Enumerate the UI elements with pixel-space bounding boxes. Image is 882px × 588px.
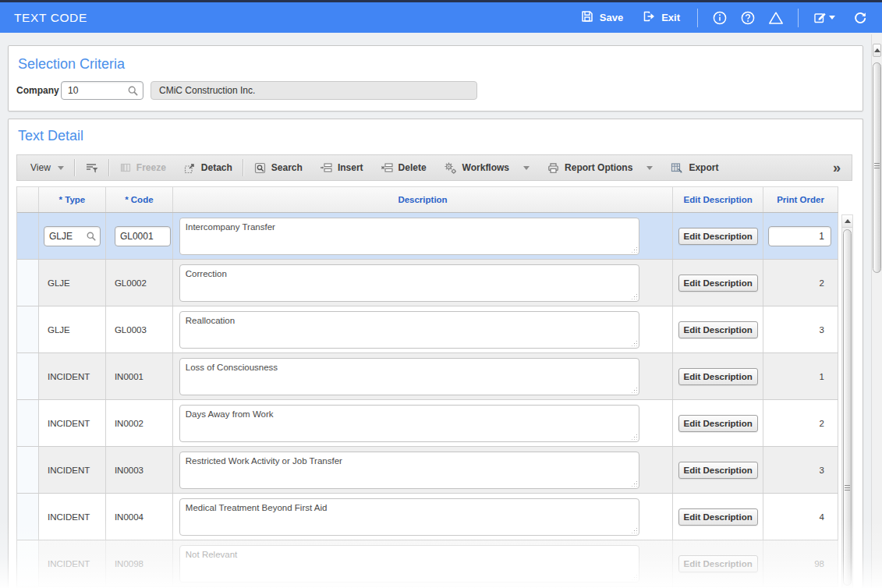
edit-description-button[interactable]: Edit Description (678, 462, 758, 479)
type-cell[interactable]: INCIDENT INCIDENT (39, 353, 106, 399)
type-cell[interactable]: GLJE GLJE (39, 213, 106, 259)
code-cell[interactable]: GL0003 GL0003 (106, 306, 173, 352)
row-selector-cell[interactable] (17, 447, 39, 493)
edit-mode-caret-icon[interactable] (829, 16, 835, 19)
code-cell[interactable]: IN0001 IN0001 (106, 353, 173, 399)
table-scrollbar-thumb[interactable] (843, 229, 852, 586)
table-row[interactable]: INCIDENT INCIDENT IN0098 IN0098 Not Rele… (17, 540, 838, 587)
row-selector-cell[interactable] (17, 353, 39, 399)
report-options-menu-button[interactable]: Report Options (538, 155, 661, 180)
row-selector-cell[interactable] (17, 540, 39, 586)
column-header-description[interactable]: Description (173, 187, 673, 212)
edit-description-button[interactable]: Edit Description (678, 275, 758, 292)
table-scrollbar[interactable] (841, 214, 853, 588)
resize-grip-icon[interactable] (631, 480, 637, 487)
workflows-menu-button[interactable]: Workflows (435, 155, 538, 180)
resize-grip-icon[interactable] (631, 293, 637, 299)
save-button[interactable]: Save (580, 9, 623, 26)
print-order-cell[interactable]: 4 4 (763, 494, 838, 540)
row-selector-cell[interactable] (17, 494, 39, 540)
edit-description-button[interactable]: Edit Description (678, 555, 758, 572)
view-menu-button[interactable]: View (22, 155, 73, 180)
edit-description-button[interactable]: Edit Description (678, 368, 758, 385)
type-lookup-icon[interactable] (86, 231, 97, 242)
query-by-example-button[interactable] (76, 155, 107, 180)
type-cell[interactable]: INCIDENT INCIDENT (39, 447, 106, 493)
edit-mode-icon[interactable] (812, 9, 835, 27)
print-order-cell[interactable]: 1 1 (763, 353, 838, 399)
column-header-print-order[interactable]: Print Order (763, 187, 838, 212)
search-button[interactable]: Search (245, 155, 311, 180)
resize-grip-icon[interactable] (631, 387, 637, 393)
print-order-cell[interactable]: 98 98 (763, 540, 838, 586)
code-cell[interactable]: IN0098 IN0098 (106, 540, 173, 586)
code-input[interactable]: GL0001 (115, 226, 171, 246)
edit-description-button[interactable]: Edit Description (678, 321, 758, 338)
description-textarea[interactable]: Days Away from Work (179, 405, 639, 442)
table-row[interactable]: INCIDENT INCIDENT IN0002 IN0002 Days Awa… (17, 400, 838, 447)
description-textarea[interactable]: Medical Treatment Beyond First Aid (179, 498, 639, 536)
warning-icon[interactable] (767, 9, 785, 27)
row-selector-cell[interactable] (17, 213, 39, 259)
detach-button[interactable]: Detach (175, 155, 241, 180)
refresh-icon[interactable] (852, 9, 869, 27)
code-cell[interactable]: IN0003 IN0003 (106, 447, 173, 493)
description-textarea[interactable]: Not Relevant (179, 545, 639, 583)
column-header-edit-description[interactable]: Edit Description (673, 187, 763, 212)
toolbar-overflow-button[interactable]: » (827, 160, 847, 176)
description-textarea[interactable]: Loss of Consciousness (179, 358, 639, 395)
print-order-cell[interactable]: 1 1 (763, 213, 838, 259)
code-cell[interactable]: GL0001 GL0001 (106, 213, 173, 259)
print-order-cell[interactable]: 3 3 (763, 306, 838, 352)
print-order-input[interactable]: 1 (768, 226, 831, 246)
type-cell[interactable]: INCIDENT INCIDENT (39, 400, 106, 446)
exit-button[interactable]: Exit (642, 9, 680, 26)
page-scrollbar[interactable] (871, 34, 882, 588)
table-row[interactable]: GLJE GLJE GL0001 GL0001 Intercompany Tra… (17, 213, 838, 260)
table-row[interactable]: INCIDENT INCIDENT IN0001 IN0001 Loss of … (17, 353, 838, 400)
type-cell[interactable]: INCIDENT INCIDENT (39, 494, 106, 540)
resize-grip-icon[interactable] (631, 574, 637, 580)
resize-grip-icon[interactable] (631, 527, 637, 533)
delete-button[interactable]: Delete (372, 155, 435, 180)
row-selector-cell[interactable] (17, 306, 39, 352)
print-order-cell[interactable]: 2 2 (763, 400, 838, 446)
code-cell[interactable]: IN0002 IN0002 (106, 400, 173, 446)
description-textarea[interactable]: Intercompany Transfer (179, 218, 639, 255)
company-input[interactable]: 10 (61, 81, 143, 100)
resize-grip-icon[interactable] (631, 434, 637, 440)
insert-button[interactable]: Insert (311, 155, 372, 180)
resize-grip-icon[interactable] (631, 246, 637, 253)
table-row[interactable]: GLJE GLJE GL0002 GL0002 Correction Edit … (17, 260, 838, 306)
type-cell[interactable]: INCIDENT INCIDENT (39, 540, 106, 586)
freeze-button[interactable]: Freeze (111, 155, 175, 180)
row-selector-cell[interactable] (17, 400, 39, 446)
table-scroll-up-button[interactable] (842, 215, 852, 228)
table-row[interactable]: INCIDENT INCIDENT IN0003 IN0003 Restrict… (17, 447, 838, 494)
code-cell[interactable]: GL0002 GL0002 (106, 260, 173, 306)
table-row[interactable]: INCIDENT INCIDENT IN0004 IN0004 Medical … (17, 494, 838, 540)
column-header-code[interactable]: * Code (106, 187, 173, 212)
resize-grip-icon[interactable] (631, 340, 637, 346)
type-cell[interactable]: GLJE GLJE (39, 260, 106, 306)
chevron-down-icon (58, 166, 64, 170)
description-textarea[interactable]: Correction (179, 264, 639, 302)
help-icon[interactable] (739, 9, 756, 27)
description-textarea[interactable]: Restricted Work Activity or Job Transfer (179, 452, 639, 489)
row-selector-cell[interactable] (17, 260, 39, 306)
export-button[interactable]: Export (661, 155, 727, 180)
edit-description-button[interactable]: Edit Description (678, 508, 758, 526)
table-row[interactable]: GLJE GLJE GL0003 GL0003 Reallocation Edi… (17, 306, 838, 353)
company-lookup-icon[interactable] (127, 85, 139, 97)
column-header-type[interactable]: * Type (39, 187, 106, 212)
edit-description-button[interactable]: Edit Description (678, 228, 758, 245)
code-cell[interactable]: IN0004 IN0004 (106, 494, 173, 540)
type-cell[interactable]: GLJE GLJE (39, 306, 106, 352)
edit-description-button[interactable]: Edit Description (678, 415, 758, 432)
info-icon[interactable] (711, 9, 728, 27)
print-order-cell[interactable]: 3 3 (763, 447, 838, 493)
description-textarea[interactable]: Reallocation (179, 311, 639, 349)
type-input[interactable]: GLJE (44, 226, 101, 246)
page-scroll-up-button[interactable] (873, 44, 881, 57)
print-order-cell[interactable]: 2 2 (763, 260, 838, 306)
